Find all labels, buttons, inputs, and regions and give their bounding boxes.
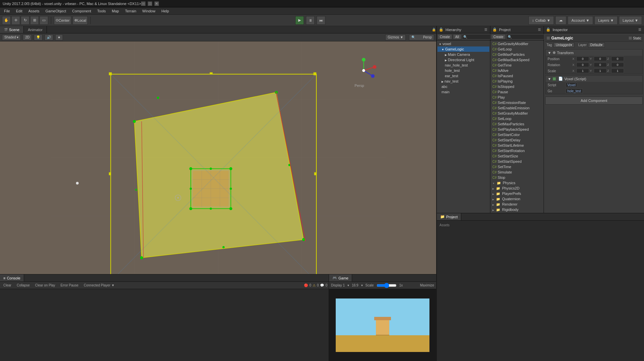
project-folder-rigidbody2d[interactable]: 📁Rigidbody2D (491, 212, 543, 213)
collab-button[interactable]: ↕ Collab ▼ (529, 16, 554, 25)
cloud-button[interactable]: ☁ (555, 16, 566, 25)
project-item-setstartrotation[interactable]: C#SetStartRotation (491, 148, 543, 153)
animator-tab[interactable]: Animator (24, 26, 47, 33)
voxel-enabled-checkbox[interactable] (553, 77, 556, 81)
hierarchy-item-nav-test[interactable]: ▶nav_test (437, 79, 489, 84)
project-folder-playerprefs[interactable]: 📁PlayerPrefs (491, 191, 543, 196)
project-item-setstartcolor[interactable]: C#SetStartColor (491, 132, 543, 137)
static-checkbox[interactable] (629, 36, 632, 40)
pos-z-input[interactable] (611, 56, 624, 61)
clear-button[interactable]: Clear (1, 283, 13, 288)
scene-view[interactable]: Persp (0, 41, 436, 274)
project-item-setgravitymodifier[interactable]: C#SetGravityModifier (491, 111, 543, 116)
audio-toggle[interactable]: 🔊 (45, 34, 53, 40)
menu-tools[interactable]: Tools (94, 8, 108, 14)
scene-tab[interactable]: 🎬 Scene (0, 26, 24, 33)
project-item-setmaxparticles[interactable]: C#SetMaxParticles (491, 121, 543, 127)
object-active-checkbox[interactable] (547, 36, 550, 40)
scale-tool[interactable]: ⊞ (30, 16, 39, 25)
hierarchy-item-abc[interactable]: abc (437, 84, 489, 89)
console-tab[interactable]: ≡ Console (0, 274, 24, 281)
voxel-script-section-header[interactable]: ▼ 📄 Voxel (Script) (546, 76, 642, 82)
project-folder-quaternion[interactable]: 📁Quaternion (491, 196, 543, 202)
pause-button[interactable]: ⏸ (306, 16, 315, 25)
scale-slider[interactable] (377, 283, 397, 288)
rect-tool[interactable]: ▭ (39, 16, 48, 25)
lock-icon[interactable]: 🔒 (431, 27, 436, 32)
project-item-settime[interactable]: C#SetTime (491, 164, 543, 169)
gizmos-dropdown[interactable]: Gizmos ▼ (385, 34, 406, 40)
menu-edit[interactable]: Edit (13, 8, 25, 14)
minimize-button[interactable]: ─ (141, 1, 146, 6)
rot-x-input[interactable] (576, 63, 589, 67)
project-item-getmaxbackspeed[interactable]: C#GetMaxBackSpeed (491, 57, 543, 63)
pivot-center-btn[interactable]: ⊙ Center (54, 16, 71, 25)
hierarchy-item-main[interactable]: main (437, 89, 489, 95)
menu-gameobject[interactable]: GameObject (43, 8, 69, 14)
hierarchy-item-maincamera[interactable]: ▶Main Camera (437, 52, 489, 57)
menu-file[interactable]: File (1, 8, 13, 14)
fx-toggle[interactable]: ★ (55, 34, 63, 40)
hierarchy-item-voxel[interactable]: ▼voxel (437, 41, 489, 46)
project-item-setstartsize[interactable]: C#SetStartSize (491, 153, 543, 159)
lighting-toggle[interactable]: 💡 (34, 34, 43, 40)
project-item-setloop[interactable]: C#SetLoop (491, 116, 543, 121)
hierarchy-item-ear-test[interactable]: ear_test (437, 73, 489, 79)
project-item-getmaxparticles[interactable]: C#GetMaxParticles (491, 52, 543, 57)
project-item-setstartspeed[interactable]: C#SetStartSpeed (491, 159, 543, 164)
search-input-btn[interactable]: 🔍 Persp (409, 34, 434, 40)
project-bottom-tab[interactable]: 📁 Project (437, 213, 461, 220)
layer-dropdown[interactable]: Default▾ (588, 42, 605, 47)
menu-help[interactable]: Help (159, 8, 172, 14)
menu-terrain[interactable]: Terrain (122, 8, 139, 14)
project-folder-physics[interactable]: 📁Physics (491, 180, 543, 186)
script-ref-box[interactable]: Voxel (566, 83, 577, 87)
project-item-setstartlifetime[interactable]: C#SetStartLifetime (491, 143, 543, 148)
account-button[interactable]: Account ▼ (568, 16, 593, 25)
inspector-menu-icon[interactable]: ☰ (637, 27, 642, 32)
menu-window[interactable]: Window (140, 8, 158, 14)
close-button[interactable]: ✕ (154, 1, 159, 6)
project-folder-rigidbody[interactable]: 📁Rigidbody (491, 207, 543, 212)
project-create-btn[interactable]: Create (491, 34, 506, 39)
project-item-pause[interactable]: C#Pause (491, 89, 543, 95)
project-item-setenableemission[interactable]: C#SetEnableEmission (491, 105, 543, 111)
rotate-tool[interactable]: ↻ (21, 16, 29, 25)
move-tool[interactable]: ✛ (11, 16, 20, 25)
project-item-simulate[interactable]: C#Simulate (491, 169, 543, 175)
scale-y-input[interactable] (594, 69, 607, 73)
project-item-getgravitymodifier[interactable]: C# GetGravityModifier (491, 41, 543, 46)
maximize-button[interactable]: □ (148, 1, 152, 6)
shading-dropdown[interactable]: Shaded ▾ (2, 34, 21, 40)
tag-dropdown[interactable]: Untagged▾ (553, 42, 574, 47)
game-tab[interactable]: 🎮 Game (329, 274, 352, 281)
menu-map[interactable]: Map (109, 8, 122, 14)
hand-tool[interactable]: ✋ (2, 16, 11, 25)
project-item-setstartdelay[interactable]: C#SetStartDelay (491, 137, 543, 143)
layout-button[interactable]: Layout ▼ (619, 16, 642, 25)
hierarchy-all-btn[interactable]: All (453, 34, 461, 39)
project-folder-physics2d[interactable]: 📁Physics2D (491, 186, 543, 191)
project-item-stop[interactable]: C#Stop (491, 175, 543, 180)
project-item-isplaying[interactable]: C#IsPlaying (491, 79, 543, 84)
layers-button[interactable]: Layers ▼ (594, 16, 618, 25)
project-item-play[interactable]: C#Play (491, 95, 543, 100)
pos-y-input[interactable] (594, 56, 607, 61)
scale-x-input[interactable] (576, 69, 589, 73)
project-item-getloop[interactable]: C#GetLoop (491, 46, 543, 52)
step-button[interactable]: ⏭ (317, 16, 325, 25)
project-item-ispaused[interactable]: C#IsPaused (491, 73, 543, 79)
project-item-isalive[interactable]: C#IsAlive (491, 68, 543, 73)
add-component-button[interactable]: Add Component (545, 97, 643, 105)
hierarchy-item-nav-hole-test[interactable]: nav_hole_test (437, 63, 489, 68)
project-menu-icon[interactable]: ☰ (537, 27, 542, 32)
hierarchy-item-dirlight[interactable]: ▶Directional Light (437, 57, 489, 63)
project-item-setemissionrate[interactable]: C#SetEmissionRate (491, 100, 543, 105)
transform-section-header[interactable]: ▼ ⊕ Transform (546, 49, 642, 56)
scale-z-input[interactable] (611, 69, 624, 73)
hierarchy-menu-icon[interactable]: ☰ (483, 27, 488, 32)
pos-x-input[interactable] (576, 56, 589, 61)
hierarchy-item-gamelogic[interactable]: ▼GameLogic (437, 46, 489, 52)
hierarchy-create-btn[interactable]: Create (437, 34, 452, 39)
2d-toggle[interactable]: 2D (23, 34, 32, 40)
